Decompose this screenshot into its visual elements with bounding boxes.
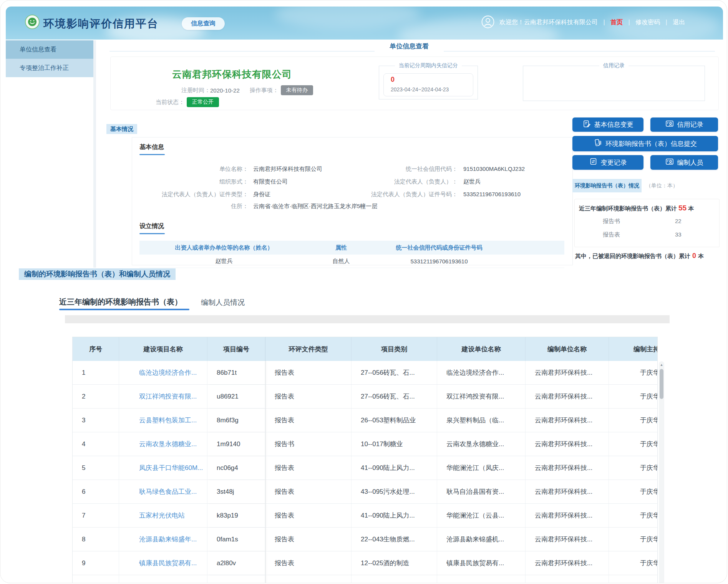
table-cell: 云南君邦环保科技... bbox=[526, 432, 609, 456]
table-cell: 云南君邦环保科技... bbox=[526, 361, 609, 384]
table-cell: u86921 bbox=[207, 385, 265, 408]
table-cell: nc06g4 bbox=[207, 456, 265, 480]
project-name-link[interactable]: 双江祥鸿投资有限... bbox=[119, 385, 207, 408]
table-cell: 0fam1s bbox=[207, 528, 265, 551]
tab-recent-reports[interactable]: 近三年编制的环境影响报告书（表） bbox=[59, 297, 182, 307]
project-name-link[interactable]: 五家村光伏电站 bbox=[119, 504, 207, 527]
table-scrollbar-thumb[interactable] bbox=[660, 369, 663, 399]
table-cell: 云南君邦环保科技... bbox=[526, 409, 609, 432]
org-form-value: 有限责任公司 bbox=[253, 178, 288, 185]
staff-button[interactable]: 编制人员 bbox=[650, 155, 718, 170]
project-name-link[interactable]: 沧源县勐来锦盛年... bbox=[119, 528, 207, 551]
project-name-link[interactable]: 云县塑料包装加工... bbox=[119, 409, 207, 432]
change-record-button[interactable]: 变更记录 bbox=[572, 155, 643, 170]
table-cell: 于庆华 bbox=[609, 456, 658, 480]
title-divider-left bbox=[109, 51, 375, 51]
register-label: 注册时间： bbox=[181, 87, 210, 94]
table-cell: 报告表 bbox=[265, 551, 352, 575]
report-stats-returned: 其中，已被退回的环境影响报告书（表）累计0本 bbox=[575, 252, 704, 260]
setup-col-id: 统一社会信用代码或身份证件号码 bbox=[374, 244, 504, 251]
project-name-link[interactable]: 临沧边境经济合作... bbox=[119, 361, 207, 384]
table-cell: 8 bbox=[73, 528, 119, 551]
nav-change-password-link[interactable]: 修改密码 bbox=[635, 19, 660, 25]
table-cell bbox=[352, 575, 437, 583]
table-cell: 云南君邦环保科技... bbox=[526, 385, 609, 408]
basic-section-label: 基本情况 bbox=[106, 124, 137, 134]
table-cell: 泉兴塑料制品（临... bbox=[437, 409, 526, 432]
table-cell: 云南君邦环保科技... bbox=[526, 480, 609, 503]
stat-report-book-label: 报告书 bbox=[603, 218, 620, 225]
tab-setup-info[interactable]: 设立情况 bbox=[139, 222, 164, 230]
score-card bbox=[383, 73, 473, 96]
project-name-link[interactable]: 镇康县民族贸易有... bbox=[119, 551, 207, 575]
table-cell: 报告表 bbox=[265, 385, 352, 408]
id-card-person-icon bbox=[665, 158, 674, 167]
credit-record-button[interactable]: 信用记录 bbox=[650, 117, 718, 132]
tab-staff-info[interactable]: 编制人员情况 bbox=[201, 298, 245, 308]
table-row: 9镇康县民族贸易有...a2l80v报告表12--025酒的制造镇康县民族贸易有… bbox=[73, 551, 658, 575]
table-cell: 于庆华 bbox=[609, 504, 658, 527]
sidebar-divider bbox=[93, 40, 96, 268]
column-header-7: 编制单位名称 bbox=[526, 337, 609, 361]
setup-attribute-value: 自然人 bbox=[308, 258, 374, 265]
info-query-button[interactable]: 信息查询 bbox=[182, 17, 225, 30]
reports-section-title: 编制的环境影响报告书（表）和编制人员情况 bbox=[19, 268, 176, 280]
table-cell: 报告表 bbox=[265, 409, 352, 432]
table-cell: 临沧边境经济合作... bbox=[437, 361, 526, 384]
user-company-name: 云南君邦环保科技有限公司 bbox=[524, 19, 598, 25]
table-cell: 于庆华 bbox=[609, 409, 658, 432]
setup-table-header: 出资人或者举办单位等的名称（姓名） 属性 统一社会信用代码或身份证件号码 bbox=[139, 241, 564, 255]
table-cell: 于庆华 bbox=[609, 528, 658, 551]
table-cell: 于庆华 bbox=[609, 480, 658, 503]
stat-report-form-label: 报告表 bbox=[603, 231, 620, 238]
company-name: 云南君邦环保科技有限公司 bbox=[172, 68, 292, 81]
legal-person-label: 法定代表人（负责人）： bbox=[342, 178, 458, 185]
tab-basic-info[interactable]: 基本信息 bbox=[139, 143, 164, 151]
mobile-upload-icon bbox=[594, 139, 602, 149]
project-name-link[interactable]: 耿马绿色食品工业... bbox=[119, 480, 207, 503]
page: 环境影响评价信用平台 信息查询 欢迎您！云南君邦环保科技有限公司 | 首页 | … bbox=[0, 0, 727, 583]
report-info-submit-label: 环境影响报告书（表）信息提交 bbox=[605, 139, 697, 148]
basic-info-change-button[interactable]: 基本信息变更 bbox=[572, 117, 643, 132]
setup-col-attribute: 属性 bbox=[308, 244, 374, 251]
project-name-link[interactable]: 云南农垦永德糖业... bbox=[119, 432, 207, 456]
table-cell: 9 bbox=[73, 551, 119, 575]
tab-recent-reports-underline bbox=[59, 309, 189, 310]
nav-separator: | bbox=[629, 19, 630, 25]
section-gray-bar bbox=[65, 315, 670, 323]
table-cell: 43--095污水处理... bbox=[352, 480, 437, 503]
table-cell bbox=[437, 575, 526, 583]
scroll-up-arrow-icon[interactable]: ▲ bbox=[659, 362, 664, 367]
table-row: 7五家村光伏电站k83p19报告表41--090陆上风力...华能澜沧江（云县.… bbox=[73, 504, 658, 528]
table-cell: 报告书 bbox=[265, 432, 352, 456]
setup-investor-value: 赵世兵 bbox=[139, 258, 308, 265]
total-suffix: 本 bbox=[688, 205, 694, 212]
table-cell: 云南君邦环保科技... bbox=[526, 528, 609, 551]
status-line: 当前状态： 正常公开 bbox=[156, 97, 219, 107]
register-line: 注册时间： 2020-10-22 操作事项： 未有待办 bbox=[181, 85, 313, 95]
table-cell: 27--056砖瓦、石... bbox=[352, 385, 437, 408]
table-row: 3云县塑料包装加工...8m6f3g报告表26--053塑料制品业泉兴塑料制品（… bbox=[73, 409, 658, 432]
project-name-link[interactable]: 凤庆县干口华能60M... bbox=[119, 456, 207, 480]
table-row-partial bbox=[73, 575, 658, 583]
table-cell: 3st48j bbox=[207, 480, 265, 503]
nav-logout-link[interactable]: 退出 bbox=[673, 19, 685, 25]
change-record-label: 变更记录 bbox=[601, 158, 627, 167]
nav-home-link[interactable]: 首页 bbox=[610, 19, 623, 25]
table-cell: 镇康县民族贸易有... bbox=[437, 551, 526, 575]
table-cell bbox=[526, 575, 609, 583]
table-cell: 双江祥鸿投资有限... bbox=[437, 385, 526, 408]
user-nav: 欢迎您！云南君邦环保科技有限公司 | 首页 | 修改密码 | 退出 bbox=[499, 18, 685, 26]
credit-code-value: 91510300MA6KLQJ232 bbox=[463, 165, 525, 172]
setup-id-value: 533121196706193610 bbox=[374, 258, 504, 265]
sidebar-item-unit-info[interactable]: 单位信息查看 bbox=[6, 40, 93, 59]
table-cell bbox=[609, 575, 658, 583]
table-row: 4云南农垦永德糖业...1m9140报告书10--017制糖业云南农垦永德糖业.… bbox=[73, 432, 658, 456]
table-cell: 报告表 bbox=[265, 361, 352, 384]
sidebar-item-special-rectification[interactable]: 专项整治工作补正 bbox=[6, 59, 93, 77]
nav-separator: | bbox=[603, 19, 605, 25]
stat-report-form-value: 33 bbox=[675, 231, 682, 238]
report-stats-title: 环境影响报告书（表）情况 bbox=[572, 179, 642, 192]
report-info-submit-button[interactable]: 环境影响报告书（表）信息提交 bbox=[572, 136, 718, 151]
returned-value: 0 bbox=[692, 252, 696, 260]
